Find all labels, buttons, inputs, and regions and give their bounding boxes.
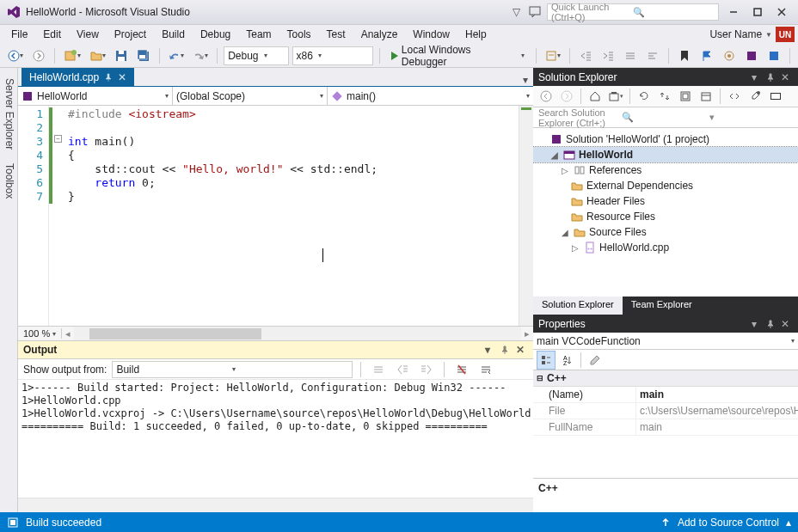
tb-misc-1[interactable]: ▾: [543, 46, 563, 65]
publish-icon[interactable]: [660, 517, 671, 528]
navigate-forward-button[interactable]: [29, 46, 48, 65]
outlining-margin[interactable]: −: [52, 106, 64, 326]
se-sync-button[interactable]: [655, 88, 674, 105]
properties-object-combo[interactable]: main VCCodeFunction ▾: [533, 333, 798, 350]
window-position-icon[interactable]: ▾: [485, 344, 497, 356]
output-tb-2[interactable]: [393, 360, 412, 379]
prop-row-file[interactable]: Filec:\Users\Username\source\repos\Hello…: [533, 403, 798, 419]
alphabetical-button[interactable]: AZ: [557, 351, 576, 370]
se-home-button[interactable]: [586, 88, 605, 105]
menu-team[interactable]: Team: [238, 26, 279, 43]
menu-debug[interactable]: Debug: [193, 26, 238, 43]
toggle-wrap-button[interactable]: [476, 360, 495, 379]
properties-title[interactable]: Properties ▾ ✕: [533, 315, 798, 333]
scroll-right-button[interactable]: ▸: [521, 328, 533, 339]
menu-build[interactable]: Build: [154, 26, 193, 43]
tab-team-explorer[interactable]: Team Explorer: [623, 297, 701, 315]
pin-icon[interactable]: [766, 73, 778, 82]
redo-button[interactable]: ▾: [190, 46, 211, 65]
prop-row-fullname[interactable]: FullNamemain: [533, 419, 798, 436]
chevron-up-icon[interactable]: ▴: [786, 517, 791, 529]
tb-comment[interactable]: [621, 46, 640, 65]
nav-scope-combo[interactable]: (Global Scope) ▾: [173, 87, 328, 105]
categorized-button[interactable]: [537, 351, 556, 370]
undo-button[interactable]: ▾: [166, 46, 187, 65]
close-tab-icon[interactable]: ✕: [118, 71, 126, 83]
output-tb-1[interactable]: [369, 360, 388, 379]
output-horizontal-scrollbar[interactable]: [18, 498, 533, 512]
prop-row-name[interactable]: (Name)main: [533, 387, 798, 403]
property-pages-button[interactable]: [586, 351, 605, 370]
pin-icon[interactable]: [104, 73, 113, 82]
output-text[interactable]: 1>------ Build started: Project: HelloWo…: [18, 380, 533, 498]
output-title-bar[interactable]: Output ▾ ✕: [18, 341, 533, 359]
platform-combo[interactable]: x86▾: [292, 46, 373, 65]
add-to-source-control[interactable]: Add to Source Control: [678, 517, 779, 529]
menu-test[interactable]: Test: [319, 26, 353, 43]
menu-project[interactable]: Project: [107, 26, 154, 43]
menu-edit[interactable]: Edit: [35, 26, 69, 43]
collapse-icon[interactable]: ◢: [560, 228, 570, 237]
save-button[interactable]: [112, 46, 131, 65]
expand-icon[interactable]: ▷: [560, 166, 570, 175]
close-button[interactable]: [772, 3, 791, 21]
zoom-combo[interactable]: 100 %▾: [18, 328, 62, 339]
configuration-combo[interactable]: Debug▾: [224, 46, 288, 65]
nav-project-combo[interactable]: HelloWorld ▾: [18, 87, 173, 105]
menu-tools[interactable]: Tools: [279, 26, 319, 43]
expand-icon[interactable]: ▷: [570, 243, 580, 253]
close-icon[interactable]: ✕: [781, 318, 793, 330]
se-code-button[interactable]: [725, 88, 744, 105]
horizontal-scrollbar[interactable]: [74, 327, 521, 341]
user-badge[interactable]: UN: [776, 27, 795, 42]
se-forward-button[interactable]: [557, 88, 576, 105]
solution-tree[interactable]: Solution 'HelloWorld' (1 project) ◢ Hell…: [533, 128, 798, 297]
navigate-back-button[interactable]: ▾: [5, 46, 26, 65]
se-preview-button[interactable]: [766, 88, 785, 105]
tb-uncomment[interactable]: [643, 46, 662, 65]
close-icon[interactable]: ✕: [516, 344, 528, 356]
toolbox-tab[interactable]: Toolbox: [0, 156, 17, 205]
tb-flag[interactable]: [697, 46, 716, 65]
vertical-scrollbar[interactable]: [519, 106, 533, 326]
tree-header-files-node[interactable]: Header Files: [533, 193, 798, 209]
window-position-icon[interactable]: ▾: [752, 71, 764, 83]
tree-file-helloworld-cpp[interactable]: ▷ ++ HelloWorld.cpp: [533, 240, 798, 255]
menu-window[interactable]: Window: [405, 26, 457, 43]
scroll-left-button[interactable]: ◂: [62, 328, 74, 339]
collapse-icon[interactable]: ⊟: [537, 374, 543, 382]
output-source-combo[interactable]: Build▾: [112, 361, 353, 378]
se-show-all-button[interactable]: [697, 88, 715, 105]
feedback-icon[interactable]: [528, 5, 542, 19]
tree-project-node[interactable]: ◢ HelloWorld: [533, 147, 798, 162]
solution-explorer-title[interactable]: Solution Explorer ▾ ✕: [533, 68, 798, 86]
fold-toggle[interactable]: −: [54, 135, 62, 143]
nav-member-combo[interactable]: main() ▾: [328, 87, 533, 105]
tb-misc-3[interactable]: [742, 46, 761, 65]
tree-resource-files-node[interactable]: Resource Files: [533, 209, 798, 224]
open-file-button[interactable]: ▾: [87, 46, 109, 65]
save-all-button[interactable]: [134, 46, 153, 65]
tree-external-deps-node[interactable]: External Dependencies: [533, 178, 798, 193]
pin-icon[interactable]: [500, 345, 513, 354]
clear-all-button[interactable]: [452, 360, 471, 379]
tree-source-files-node[interactable]: ◢ Source Files: [533, 224, 798, 240]
new-project-button[interactable]: ▾: [61, 46, 83, 65]
output-tb-3[interactable]: [417, 360, 436, 379]
tree-solution-node[interactable]: Solution 'HelloWorld' (1 project): [533, 131, 798, 147]
menu-view[interactable]: View: [69, 26, 107, 43]
signin-user[interactable]: User Name ▼: [706, 28, 776, 40]
tb-bookmark[interactable]: [675, 46, 694, 65]
window-position-icon[interactable]: ▾: [752, 318, 764, 330]
se-refresh-button[interactable]: [635, 88, 654, 105]
menu-analyze[interactable]: Analyze: [353, 26, 406, 43]
tb-misc-4[interactable]: [764, 46, 783, 65]
menu-help[interactable]: Help: [457, 26, 494, 43]
se-collapse-button[interactable]: [676, 88, 695, 105]
code-text[interactable]: #include <iostream> int main() { std::co…: [64, 106, 519, 326]
menu-file[interactable]: File: [3, 26, 35, 43]
tb-indent-more[interactable]: [598, 46, 617, 65]
tab-solution-explorer[interactable]: Solution Explorer: [533, 297, 623, 315]
tb-misc-2[interactable]: [720, 46, 739, 65]
start-debugging-button[interactable]: Local Windows Debugger ▾: [386, 46, 530, 65]
